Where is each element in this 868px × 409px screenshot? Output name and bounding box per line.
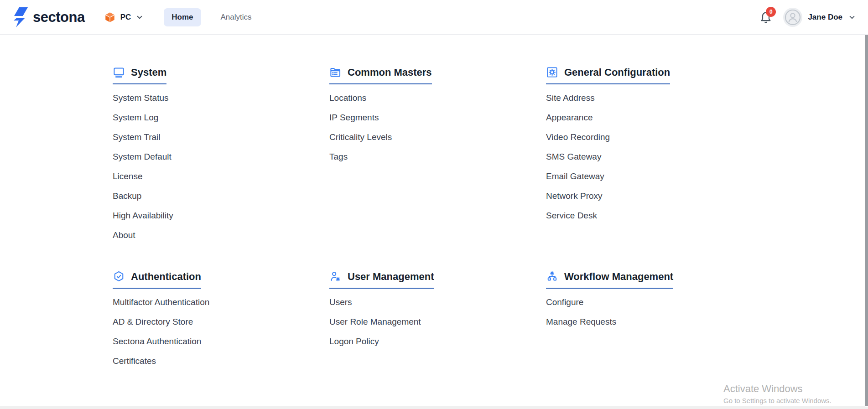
- section-user-management: User Management Users User Role Manageme…: [329, 270, 546, 351]
- section-header: General Configuration: [546, 66, 670, 84]
- section-title: User Management: [348, 271, 434, 283]
- section-header: User Management: [329, 270, 434, 289]
- brand-logo[interactable]: sectona: [12, 7, 85, 28]
- workflow-icon: [546, 270, 558, 283]
- horizontal-scrollbar[interactable]: [0, 406, 868, 409]
- top-navigation-bar: sectona PC Home Analytics: [0, 0, 868, 35]
- section-title: General Configuration: [564, 67, 670, 78]
- menu-item-sectona-authentication[interactable]: Sectona Authentication: [113, 331, 329, 351]
- menu-item-service-desk[interactable]: Service Desk: [546, 206, 763, 225]
- section-header: Common Masters: [329, 66, 432, 84]
- menu-item-system-trail[interactable]: System Trail: [113, 127, 329, 147]
- notifications-button[interactable]: 0: [759, 10, 773, 25]
- menu-item-system-default[interactable]: System Default: [113, 147, 329, 166]
- menu-item-license[interactable]: License: [113, 166, 329, 186]
- workspace-selector[interactable]: PC: [104, 11, 144, 23]
- menu-item-email-gateway[interactable]: Email Gateway: [546, 166, 763, 186]
- avatar: [783, 8, 802, 27]
- watermark-line2: Go to Settings to activate Windows.: [723, 397, 832, 404]
- menu-item-high-availability[interactable]: High Availability: [113, 206, 329, 225]
- menu-item-multifactor-authentication[interactable]: Multifactor Authentication: [113, 292, 329, 312]
- menu-item-sms-gateway[interactable]: SMS Gateway: [546, 147, 763, 166]
- menu-item-tags[interactable]: Tags: [329, 147, 546, 166]
- windows-activation-watermark: Activate Windows Go to Settings to activ…: [723, 383, 832, 404]
- menu-item-user-role-management[interactable]: User Role Management: [329, 312, 546, 331]
- vertical-scrollbar: [865, 35, 868, 407]
- notification-count-badge: 0: [766, 7, 776, 17]
- section-header: Workflow Management: [546, 270, 673, 289]
- section-common-masters: Common Masters Locations IP Segments Cri…: [329, 66, 546, 166]
- vertical-scrollbar-thumb[interactable]: [865, 35, 868, 406]
- section-header: System: [113, 66, 166, 84]
- menu-item-certificates[interactable]: Certificates: [113, 351, 329, 371]
- menu-item-users[interactable]: Users: [329, 292, 546, 312]
- chevron-down-icon: [135, 13, 144, 21]
- menu-item-about[interactable]: About: [113, 225, 329, 245]
- menu-item-backup[interactable]: Backup: [113, 186, 329, 206]
- watermark-line1: Activate Windows: [723, 383, 832, 395]
- main-tabs: Home Analytics: [164, 8, 259, 26]
- section-workflow-management: Workflow Management Configure Manage Req…: [546, 270, 763, 331]
- section-title: Workflow Management: [564, 271, 673, 283]
- menu-item-logon-policy[interactable]: Logon Policy: [329, 331, 546, 351]
- menu-item-site-address[interactable]: Site Address: [546, 88, 763, 108]
- menu-item-ip-segments[interactable]: IP Segments: [329, 108, 546, 127]
- workspace-label: PC: [120, 13, 131, 22]
- menu-item-configure[interactable]: Configure: [546, 292, 763, 312]
- tab-analytics[interactable]: Analytics: [213, 8, 260, 26]
- section-authentication: Authentication Multifactor Authenticatio…: [113, 270, 329, 371]
- section-system: System System Status System Log System T…: [113, 66, 329, 245]
- menu-item-video-recording[interactable]: Video Recording: [546, 127, 763, 147]
- cube-icon: [104, 11, 116, 23]
- section-title: System: [131, 67, 166, 78]
- gear-square-icon: [546, 66, 558, 78]
- menu-item-appearance[interactable]: Appearance: [546, 108, 763, 127]
- section-title: Authentication: [131, 271, 201, 283]
- section-general-configuration: General Configuration Site Address Appea…: [546, 66, 763, 225]
- user-name: Jane Doe: [808, 13, 842, 22]
- settings-sections-grid: System System Status System Log System T…: [113, 66, 763, 371]
- menu-item-system-log[interactable]: System Log: [113, 108, 329, 127]
- lightning-bolt-icon: [12, 7, 28, 28]
- hexagon-check-icon: [113, 270, 125, 283]
- brand-name: sectona: [33, 9, 85, 26]
- menu-item-locations[interactable]: Locations: [329, 88, 546, 108]
- menu-item-system-status[interactable]: System Status: [113, 88, 329, 108]
- menu-item-ad-directory-store[interactable]: AD & Directory Store: [113, 312, 329, 331]
- section-title: Common Masters: [348, 67, 432, 78]
- user-menu[interactable]: Jane Doe: [783, 8, 856, 27]
- menu-item-manage-requests[interactable]: Manage Requests: [546, 312, 763, 331]
- chevron-down-icon: [848, 13, 856, 21]
- menu-item-criticality-levels[interactable]: Criticality Levels: [329, 127, 546, 147]
- monitor-icon: [113, 66, 125, 78]
- user-gear-icon: [329, 270, 342, 283]
- section-header: Authentication: [113, 270, 201, 289]
- menu-item-network-proxy[interactable]: Network Proxy: [546, 186, 763, 206]
- tab-home[interactable]: Home: [164, 8, 201, 26]
- folder-list-icon: [329, 66, 342, 78]
